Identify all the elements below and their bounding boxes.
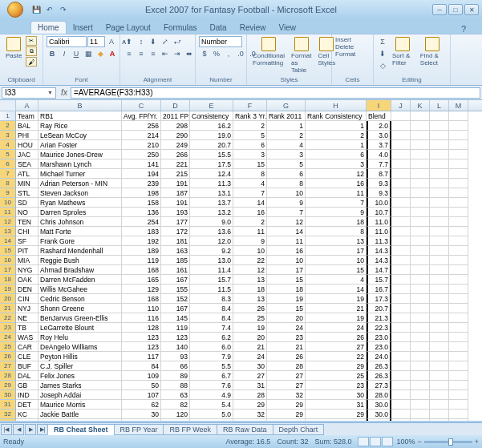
header-cell[interactable]: RB1 [38,111,122,121]
data-cell[interactable]: 2 [233,121,267,131]
zoom-in-button[interactable]: + [475,438,479,446]
row-header-15[interactable]: 15 [0,246,15,256]
data-cell[interactable]: 189 [122,246,161,256]
row-headers[interactable]: 1234567891011121314151617181920212223242… [0,111,16,421]
col-header-L[interactable]: L [430,100,449,111]
data-cell[interactable]: Cedric Benson [38,294,122,304]
row-header-16[interactable]: 16 [0,256,15,265]
data-cell[interactable]: 23.0 [367,342,391,352]
data-cell[interactable]: 26 [306,333,367,342]
data-cell[interactable]: 17.5 [190,159,233,169]
data-cell[interactable]: 4 [306,275,367,285]
row-header-18[interactable]: 18 [0,275,15,285]
data-cell[interactable]: 2 [267,131,306,140]
office-button[interactable] [3,0,27,19]
data-cell[interactable]: 18 [267,285,306,294]
page-layout-view-button[interactable] [370,437,381,446]
data-cell[interactable]: 4.9 [190,390,233,400]
row-header-32[interactable]: 32 [0,410,15,419]
data-cell[interactable]: DEN [16,285,38,294]
header-cell[interactable]: Rank Consistency [306,111,367,121]
data-cell[interactable]: 16 [306,179,367,188]
data-cell[interactable]: 13 [233,275,267,285]
data-cell[interactable]: Maurice Morris [38,400,122,410]
data-cell[interactable]: 168 [122,294,161,304]
data-cell[interactable]: Michael Turner [38,169,122,179]
tab-review[interactable]: Review [233,22,273,34]
data-cell[interactable]: Matt Forte [38,227,122,236]
normal-view-button[interactable] [358,437,369,446]
data-cell[interactable]: 215 [161,169,190,179]
data-cell[interactable]: 6.0 [190,342,233,352]
row-header-2[interactable]: 2 [0,121,15,131]
data-cell[interactable]: 1 [306,121,367,131]
data-cell[interactable]: 15 [267,304,306,313]
data-cell[interactable]: CLE [16,352,38,361]
header-cell[interactable]: Rank 2011 [267,111,306,121]
data-cell[interactable]: STL [16,188,38,198]
data-cell[interactable]: 177 [161,217,190,227]
sheet-tab-rb-fp-year[interactable]: RB FP Year [114,424,164,435]
data-cell[interactable]: 24 [306,323,367,333]
col-header-D[interactable]: D [161,100,190,111]
font-color-button[interactable]: A [107,48,118,59]
data-cell[interactable]: 6 [267,169,306,179]
data-cell[interactable]: Steven Jackson [38,188,122,198]
data-cell[interactable]: 30 [233,361,267,371]
data-cell[interactable]: Felix Jones [38,371,122,381]
header-cell[interactable]: Avg. FP/Yr. [122,111,161,121]
data-cell[interactable]: 2 [306,131,367,140]
border-button[interactable]: ▦ [83,48,94,59]
first-sheet-button[interactable]: |◀ [1,424,12,435]
align-center-button[interactable]: ≡ [136,48,147,59]
data-cell[interactable]: 8.4 [190,304,233,313]
data-cell[interactable]: 110 [122,304,161,313]
increase-decimal-button[interactable]: .0 [235,48,246,59]
data-cell[interactable]: 10 [267,256,306,265]
conditional-formatting-button[interactable]: Conditional Formatting [250,36,287,67]
data-cell[interactable]: 8 [233,169,267,179]
data-cell[interactable]: 63 [161,390,190,400]
tab-page-layout[interactable]: Page Layout [99,22,157,34]
data-cell[interactable]: 19.0 [190,131,233,140]
data-cell[interactable]: 23 [267,333,306,342]
increase-indent-button[interactable]: ⇥ [172,48,183,59]
data-cell[interactable]: 13.1 [190,188,233,198]
data-cell[interactable]: 20 [267,313,306,323]
sheet-tab-rb-cheat-sheet[interactable]: RB Cheat Sheet [47,424,115,435]
data-cell[interactable]: Ray Rice [38,121,122,131]
data-cell[interactable]: 30 [122,410,161,419]
data-cell[interactable]: 30 [161,419,190,421]
minimize-button[interactable]: ─ [432,4,447,15]
data-cell[interactable]: 50 [122,381,161,390]
data-cell[interactable]: 167 [161,304,190,313]
data-cell[interactable]: 26.3 [367,361,391,371]
zoom-level[interactable]: 100% [396,438,415,446]
data-cell[interactable]: ARI [16,419,38,421]
data-cell[interactable]: NYG [16,265,38,275]
data-cell[interactable]: 2 [233,217,267,227]
data-cell[interactable]: 10 [306,256,367,265]
data-cell[interactable]: 18 [306,217,367,227]
data-cell[interactable]: 93 [161,352,190,361]
name-box[interactable]: I33▼ [2,87,56,99]
data-cell[interactable]: Frank Gore [38,236,122,246]
data-cell[interactable]: Chris Johnson [38,217,122,227]
number-format-dropdown[interactable]: Number [199,36,242,47]
data-cell[interactable]: 185 [161,256,190,265]
data-cell[interactable]: 3.7 [367,140,391,150]
data-cell[interactable]: Peyton Hillis [38,352,122,361]
tab-data[interactable]: Data [204,22,233,34]
data-cell[interactable]: 28.0 [367,390,391,400]
data-cell[interactable]: 24 [267,323,306,333]
data-cell[interactable]: 21.3 [367,313,391,323]
data-cell[interactable]: 19 [306,294,367,304]
data-cell[interactable]: JAC [16,150,38,159]
data-cell[interactable]: 16.2 [190,121,233,131]
data-cell[interactable]: 7.4 [190,323,233,333]
row-header-7[interactable]: 7 [0,169,15,179]
data-cell[interactable]: SF [16,236,38,246]
data-cell[interactable]: BAL [16,121,38,131]
row-header-12[interactable]: 12 [0,217,15,227]
data-cell[interactable]: 27.3 [367,381,391,390]
